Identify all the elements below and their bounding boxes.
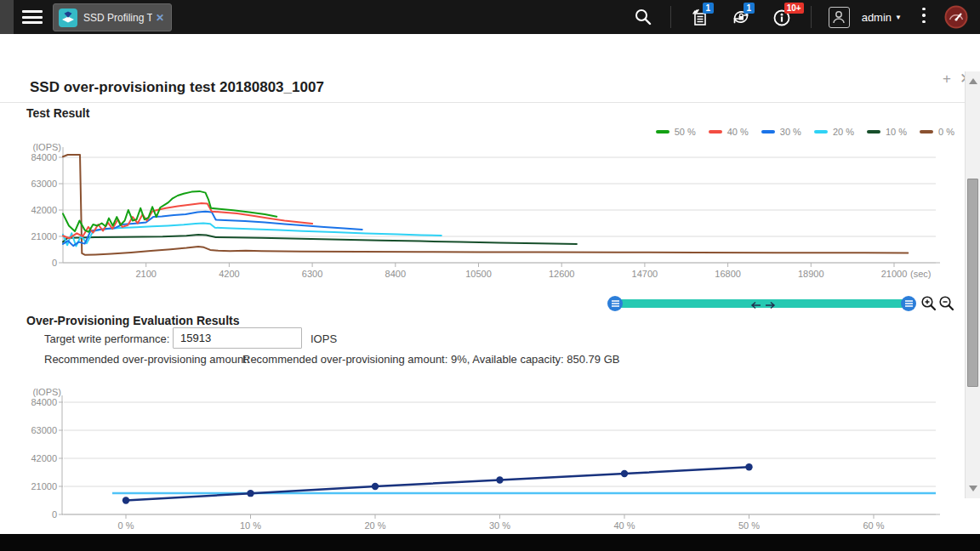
svg-text:12600: 12600 xyxy=(549,269,575,279)
svg-text:84000: 84000 xyxy=(31,397,57,407)
vertical-scrollbar[interactable] xyxy=(965,71,980,498)
topbar-right: 1 1 10+ xyxy=(624,0,980,34)
svg-text:63000: 63000 xyxy=(31,179,57,189)
maximize-icon[interactable]: + xyxy=(943,71,951,87)
svg-text:16800: 16800 xyxy=(715,269,741,279)
legend-label: 30 % xyxy=(780,127,801,137)
legend-label: 10 % xyxy=(886,127,907,137)
chevron-down-icon[interactable]: ▼ xyxy=(895,14,902,21)
svg-text:2100: 2100 xyxy=(135,269,156,279)
svg-text:84000: 84000 xyxy=(31,152,57,162)
scrollbar-thumb[interactable] xyxy=(967,179,978,387)
svg-text:42000: 42000 xyxy=(31,453,57,463)
tab-label: SSD Profiling T... xyxy=(83,12,152,24)
external-device-badge: 1 xyxy=(744,3,755,14)
chart-legend: 50 %40 %30 %20 %10 %0 % xyxy=(656,127,954,137)
background-tasks-badge: 1 xyxy=(703,3,714,14)
notifications-badge: 10+ xyxy=(784,3,804,14)
tab-close-icon[interactable]: ✕ xyxy=(156,12,164,24)
svg-text:60 %: 60 % xyxy=(863,520,884,531)
legend-label: 0 % xyxy=(938,127,954,137)
scroll-down-icon[interactable] xyxy=(969,486,977,491)
legend-item-50%[interactable]: 50 % xyxy=(656,127,696,137)
user-avatar[interactable] xyxy=(829,7,850,28)
section-test-result: Test Result xyxy=(26,106,89,120)
resource-monitor-icon[interactable] xyxy=(944,5,968,29)
svg-text:21000: 21000 xyxy=(881,269,908,279)
slider-pan-icon[interactable] xyxy=(750,298,776,314)
legend-label: 40 % xyxy=(727,127,749,137)
slider-right-handle[interactable] xyxy=(901,296,916,311)
slider-left-handle[interactable] xyxy=(607,296,623,311)
legend-swatch xyxy=(867,130,880,133)
legend-item-20%[interactable]: 20 % xyxy=(814,127,854,137)
external-device-lock-icon[interactable]: 1 xyxy=(730,6,752,28)
charts-canvas: 0210004200063000840002100420063008400105… xyxy=(0,34,980,551)
svg-text:63000: 63000 xyxy=(31,425,57,435)
notifications-icon[interactable]: 10+ xyxy=(771,6,793,28)
legend-swatch xyxy=(920,130,933,133)
more-options-icon[interactable] xyxy=(922,8,926,27)
svg-text:40 %: 40 % xyxy=(613,520,635,531)
svg-text:(sec): (sec) xyxy=(910,269,931,279)
zoom-out-icon[interactable] xyxy=(938,295,954,311)
user-menu[interactable]: admin xyxy=(862,11,892,24)
svg-text:21000: 21000 xyxy=(31,481,57,491)
ssd-profiling-tool-icon xyxy=(59,9,77,27)
topbar-divider xyxy=(811,6,812,28)
recommended-amount-value: Recommended over-provisioning amount: 9%… xyxy=(242,353,619,366)
section-evaluation: Over-Provisioning Evaluation Results xyxy=(26,314,240,327)
tab-ssd-profiling-tool[interactable]: SSD Profiling T... ✕ xyxy=(53,3,172,31)
target-write-performance-input[interactable] xyxy=(173,327,302,349)
topbar: SSD Profiling T... ✕ 1 xyxy=(0,0,980,34)
legend-item-40%[interactable]: 40 % xyxy=(709,127,749,137)
topbar-divider xyxy=(670,6,671,28)
svg-text:0 %: 0 % xyxy=(118,520,134,531)
svg-text:(IOPS): (IOPS) xyxy=(32,387,61,397)
svg-text:18900: 18900 xyxy=(798,269,824,279)
svg-text:10500: 10500 xyxy=(465,269,492,279)
legend-swatch xyxy=(709,130,722,133)
ssd-profiling-result-panel: + ✕ SSD over-provisioning test 20180803_… xyxy=(0,34,980,534)
target-write-performance-label: Target write performance: xyxy=(44,332,169,345)
svg-text:50 %: 50 % xyxy=(738,520,760,531)
legend-swatch xyxy=(656,130,669,133)
svg-text:14700: 14700 xyxy=(632,269,658,279)
legend-item-0%[interactable]: 0 % xyxy=(920,127,954,137)
svg-text:42000: 42000 xyxy=(31,205,57,215)
legend-swatch xyxy=(761,130,775,133)
svg-text:0: 0 xyxy=(52,509,57,520)
svg-text:20 %: 20 % xyxy=(364,520,385,531)
recommended-amount-label: Recommended over-provisioning amount: xyxy=(44,353,249,366)
target-unit-label: IOPS xyxy=(311,332,337,345)
legend-item-10%[interactable]: 10 % xyxy=(867,127,907,137)
zoom-in-icon[interactable] xyxy=(920,295,937,311)
screen: SSD Profiling T... ✕ 1 xyxy=(0,0,980,551)
scroll-up-icon[interactable] xyxy=(969,78,977,84)
svg-text:8400: 8400 xyxy=(385,269,406,279)
svg-text:30 %: 30 % xyxy=(489,520,510,531)
legend-swatch xyxy=(814,130,828,133)
search-icon[interactable] xyxy=(634,8,652,26)
side-panel-edge xyxy=(0,0,14,34)
svg-text:21000: 21000 xyxy=(31,231,57,241)
divider xyxy=(0,102,965,103)
bottom-bar xyxy=(0,534,980,551)
page-title: SSD over-provisioning test 20180803_1007 xyxy=(30,79,324,96)
main-menu-button[interactable] xyxy=(22,10,43,24)
legend-label: 50 % xyxy=(675,127,696,137)
legend-label: 20 % xyxy=(833,127,854,137)
svg-text:10 %: 10 % xyxy=(240,520,261,531)
svg-text:(IOPS): (IOPS) xyxy=(32,142,61,152)
background-tasks-icon[interactable]: 1 xyxy=(689,6,711,28)
legend-item-30%[interactable]: 30 % xyxy=(761,127,801,137)
svg-text:4200: 4200 xyxy=(219,269,239,279)
svg-text:6300: 6300 xyxy=(302,269,322,279)
svg-text:0: 0 xyxy=(52,258,57,268)
